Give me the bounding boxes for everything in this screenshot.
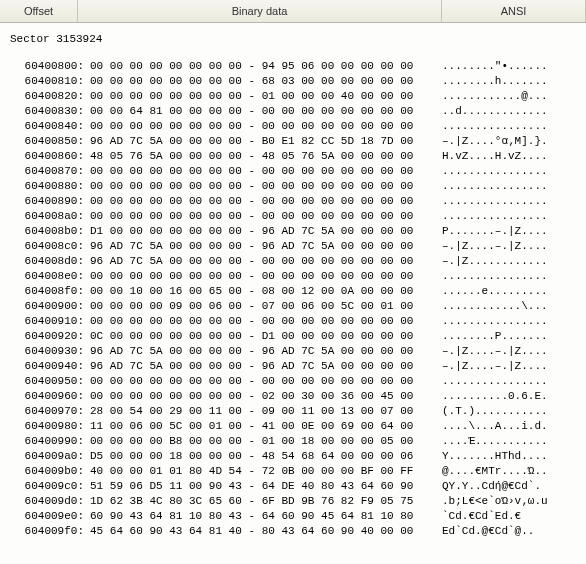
hex-cell: 40 00 00 01 01 80 4D 54 - 72 0B 00 00 00… [90,464,442,479]
hex-row: 604009b0:40 00 00 01 01 80 4D 54 - 72 0B… [8,464,586,479]
offset-cell: 604009d0: [8,494,90,509]
offset-cell: 604008f0: [8,284,90,299]
hex-row: 60400870:00 00 00 00 00 00 00 00 - 00 00… [8,164,586,179]
ansi-cell: ................ [442,119,548,134]
offset-cell: 60400990: [8,434,90,449]
ansi-cell: ....Έ........... [442,434,548,449]
hex-row: 604008b0:D1 00 00 00 00 00 00 00 - 96 AD… [8,224,586,239]
hex-cell: 00 00 00 00 00 00 00 00 - 00 00 00 00 00… [90,209,442,224]
hex-cell: 00 00 00 00 00 00 00 00 - 94 95 06 00 00… [90,59,442,74]
hex-cell: 00 00 64 81 00 00 00 00 - 00 00 00 00 00… [90,104,442,119]
hex-row: 604009e0:60 90 43 64 81 10 80 43 - 64 60… [8,509,586,524]
hex-row: 60400990:00 00 00 00 B8 00 00 00 - 01 00… [8,434,586,449]
hex-row: 604009a0:D5 00 00 00 18 00 00 00 - 48 54… [8,449,586,464]
sector-label: Sector 3153924 [8,29,586,59]
ansi-cell: Υ.......HThd.... [442,449,548,464]
hex-cell: 00 00 00 00 09 00 06 00 - 07 00 06 00 5C… [90,299,442,314]
offset-cell: 60400810: [8,74,90,89]
ansi-cell: ............@... [442,89,548,104]
hex-cell: 96 AD 7C 5A 00 00 00 00 - 96 AD 7C 5A 00… [90,344,442,359]
hex-cell: 1D 62 3B 4C 80 3C 65 60 - 6F BD 9B 76 82… [90,494,442,509]
ansi-cell: ................ [442,164,548,179]
ansi-cell: ..........0.6.E. [442,389,548,404]
ansi-cell: @....€MTr....Ώ.. [442,464,548,479]
hex-row: 60400950:00 00 00 00 00 00 00 00 - 00 00… [8,374,586,389]
hex-row: 604008c0:96 AD 7C 5A 00 00 00 00 - 96 AD… [8,239,586,254]
offset-cell: 604008b0: [8,224,90,239]
ansi-cell: –.|Z....°α‚Μ].}. [442,134,548,149]
ansi-cell: ................ [442,209,548,224]
ansi-cell: ........h....... [442,74,548,89]
hex-row: 60400810:00 00 00 00 00 00 00 00 - 68 03… [8,74,586,89]
ansi-cell: H.vZ....H.vZ.... [442,149,548,164]
hex-cell: 00 00 00 00 00 00 00 00 - 00 00 00 00 00… [90,374,442,389]
ansi-cell: ................ [442,194,548,209]
offset-cell: 60400880: [8,179,90,194]
hex-row: 60400980:11 00 06 00 5C 00 01 00 - 41 00… [8,419,586,434]
hex-cell: 51 59 06 D5 11 00 90 43 - 64 DE 40 80 43… [90,479,442,494]
ansi-cell: ....\...A...i.d. [442,419,548,434]
ansi-cell: ............\... [442,299,548,314]
offset-cell: 60400970: [8,404,90,419]
hex-row: 604009c0:51 59 06 D5 11 00 90 43 - 64 DE… [8,479,586,494]
hex-view-body: Sector 3153924 60400800:00 00 00 00 00 0… [0,23,586,539]
offset-cell: 604008a0: [8,209,90,224]
ansi-cell: `Cd.€Cd`Ed.€ [442,509,521,524]
hex-cell: 00 00 00 00 00 00 00 00 - 01 00 00 00 40… [90,89,442,104]
hex-cell: 96 AD 7C 5A 00 00 00 00 - B0 E1 82 CC 5D… [90,134,442,149]
ansi-cell: (.T.)........... [442,404,548,419]
offset-cell: 60400830: [8,104,90,119]
hex-row: 604008e0:00 00 00 00 00 00 00 00 - 00 00… [8,269,586,284]
ansi-cell: ................ [442,374,548,389]
ansi-cell: ................ [442,269,548,284]
hex-cell: 00 00 00 00 00 00 00 00 - 00 00 00 00 00… [90,119,442,134]
hex-cell: 48 05 76 5A 00 00 00 00 - 48 05 76 5A 00… [90,149,442,164]
offset-cell: 60400800: [8,59,90,74]
ansi-cell: ......e......... [442,284,548,299]
offset-cell: 60400940: [8,359,90,374]
offset-cell: 604008c0: [8,239,90,254]
hex-cell: 96 AD 7C 5A 00 00 00 00 - 96 AD 7C 5A 00… [90,359,442,374]
hex-row: 60400880:00 00 00 00 00 00 00 00 - 00 00… [8,179,586,194]
offset-cell: 604008d0: [8,254,90,269]
hex-cell: 96 AD 7C 5A 00 00 00 00 - 96 AD 7C 5A 00… [90,239,442,254]
ansi-cell: ........"•...... [442,59,548,74]
offset-cell: 60400920: [8,329,90,344]
offset-cell: 60400820: [8,89,90,104]
hex-row: 60400800:00 00 00 00 00 00 00 00 - 94 95… [8,59,586,74]
offset-cell: 60400980: [8,419,90,434]
offset-cell: 60400870: [8,164,90,179]
offset-cell: 60400950: [8,374,90,389]
hex-row: 604008d0:96 AD 7C 5A 00 00 00 00 - 00 00… [8,254,586,269]
column-header-ansi[interactable]: ANSI [442,0,586,22]
hex-cell: 45 64 60 90 43 64 81 40 - 80 43 64 60 90… [90,524,442,539]
ansi-cell: ................ [442,179,548,194]
hex-cell: 96 AD 7C 5A 00 00 00 00 - 00 00 00 00 00… [90,254,442,269]
hex-row: 60400900:00 00 00 00 09 00 06 00 - 07 00… [8,299,586,314]
ansi-cell: Ed`Cd.@€Cd`@.. [442,524,534,539]
hex-cell: D5 00 00 00 18 00 00 00 - 48 54 68 64 00… [90,449,442,464]
hex-row: 60400930:96 AD 7C 5A 00 00 00 00 - 96 AD… [8,344,586,359]
hex-row: 604009f0:45 64 60 90 43 64 81 40 - 80 43… [8,524,586,539]
hex-cell: 28 00 54 00 29 00 11 00 - 09 00 11 00 13… [90,404,442,419]
offset-cell: 60400860: [8,149,90,164]
hex-cell: 00 00 00 00 00 00 00 00 - 00 00 00 00 00… [90,314,442,329]
column-header-binary[interactable]: Binary data [78,0,442,22]
hex-cell: D1 00 00 00 00 00 00 00 - 96 AD 7C 5A 00… [90,224,442,239]
hex-cell: 00 00 00 00 00 00 00 00 - 00 00 00 00 00… [90,194,442,209]
hex-cell: 00 00 00 00 00 00 00 00 - 02 00 30 00 36… [90,389,442,404]
hex-row: 60400850:96 AD 7C 5A 00 00 00 00 - B0 E1… [8,134,586,149]
ansi-cell: –.|Z....–.|Z.... [442,239,548,254]
ansi-cell: ........Ρ....... [442,329,548,344]
hex-row: 60400820:00 00 00 00 00 00 00 00 - 01 00… [8,89,586,104]
offset-cell: 60400910: [8,314,90,329]
offset-cell: 60400930: [8,344,90,359]
offset-cell: 604008e0: [8,269,90,284]
ansi-cell: Ρ.......–.|Z.... [442,224,548,239]
ansi-cell: QY.Υ..Cdή@€Cd`. [442,479,541,494]
hex-cell: 0C 00 00 00 00 00 00 00 - D1 00 00 00 00… [90,329,442,344]
hex-rows: 60400800:00 00 00 00 00 00 00 00 - 94 95… [8,59,586,539]
column-header-offset[interactable]: Offset [0,0,78,22]
hex-row: 60400960:00 00 00 00 00 00 00 00 - 02 00… [8,389,586,404]
offset-cell: 604009e0: [8,509,90,524]
